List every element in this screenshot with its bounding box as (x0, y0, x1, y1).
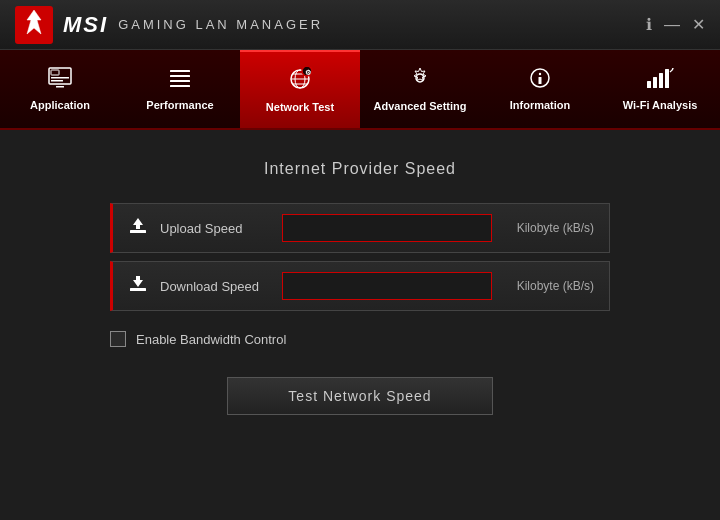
upload-speed-input[interactable] (282, 214, 492, 242)
upload-icon (128, 217, 148, 239)
minimize-button[interactable]: — (664, 16, 680, 34)
performance-tab-label: Performance (146, 99, 213, 111)
download-speed-unit: Kilobyte (kB/s) (504, 279, 594, 293)
svg-rect-6 (56, 86, 64, 88)
logo-area: msi GAMING LAN MANAGER (15, 6, 646, 44)
svg-rect-5 (51, 80, 63, 82)
tab-information[interactable]: Information (480, 50, 600, 128)
info-button[interactable]: ℹ (646, 15, 652, 34)
advanced-setting-icon (408, 66, 432, 96)
upload-speed-label: Upload Speed (160, 221, 270, 236)
bandwidth-control-label: Enable Bandwidth Control (136, 332, 286, 347)
main-content: Internet Provider Speed Upload Speed Kil… (0, 130, 720, 520)
svg-rect-8 (170, 75, 190, 77)
svg-rect-28 (130, 288, 146, 291)
svg-rect-26 (130, 230, 146, 233)
svg-rect-21 (539, 77, 542, 84)
svg-rect-10 (170, 85, 190, 87)
close-button[interactable]: ✕ (692, 15, 705, 34)
svg-rect-7 (170, 70, 190, 72)
network-test-tab-label: Network Test (266, 101, 334, 113)
tab-advanced-setting[interactable]: Advanced Setting (360, 50, 480, 128)
download-icon (128, 275, 148, 297)
window-controls: ℹ — ✕ (646, 15, 705, 34)
bandwidth-control-row: Enable Bandwidth Control (110, 331, 610, 347)
svg-text:⚙: ⚙ (305, 69, 311, 76)
tab-network-test[interactable]: ⚙ Network Test (240, 50, 360, 128)
nav-tabs: Application Performance ⚙ Network (0, 50, 720, 130)
svg-rect-24 (659, 73, 663, 88)
msi-dragon-icon (15, 6, 53, 44)
tab-wifi-analysis[interactable]: Wi-Fi Analysis (600, 50, 720, 128)
svg-point-20 (539, 73, 541, 75)
wifi-analysis-tab-label: Wi-Fi Analysis (623, 99, 698, 111)
upload-speed-row: Upload Speed Kilobyte (kB/s) (110, 203, 610, 253)
msi-brand-text: msi (63, 12, 108, 38)
svg-rect-25 (665, 69, 669, 88)
bandwidth-control-checkbox[interactable] (110, 331, 126, 347)
svg-rect-22 (647, 81, 651, 88)
test-network-speed-button[interactable]: Test Network Speed (227, 377, 492, 415)
section-title: Internet Provider Speed (264, 160, 456, 178)
svg-rect-9 (170, 80, 190, 82)
download-speed-label: Download Speed (160, 279, 270, 294)
application-tab-label: Application (30, 99, 90, 111)
information-tab-label: Information (510, 99, 571, 111)
app-title-text: GAMING LAN MANAGER (118, 17, 323, 32)
svg-marker-27 (133, 218, 143, 229)
information-icon (529, 67, 551, 95)
wifi-analysis-icon (646, 67, 674, 95)
tab-performance[interactable]: Performance (120, 50, 240, 128)
advanced-setting-tab-label: Advanced Setting (374, 100, 467, 112)
tab-application[interactable]: Application (0, 50, 120, 128)
application-icon (48, 67, 72, 95)
network-test-icon: ⚙ (287, 67, 313, 97)
performance-icon (169, 67, 191, 95)
download-speed-input[interactable] (282, 272, 492, 300)
svg-rect-3 (51, 70, 59, 75)
upload-speed-unit: Kilobyte (kB/s) (504, 221, 594, 235)
svg-marker-29 (133, 276, 143, 287)
download-speed-row: Download Speed Kilobyte (kB/s) (110, 261, 610, 311)
svg-rect-23 (653, 77, 657, 88)
title-bar: msi GAMING LAN MANAGER ℹ — ✕ (0, 0, 720, 50)
svg-rect-4 (51, 77, 69, 79)
